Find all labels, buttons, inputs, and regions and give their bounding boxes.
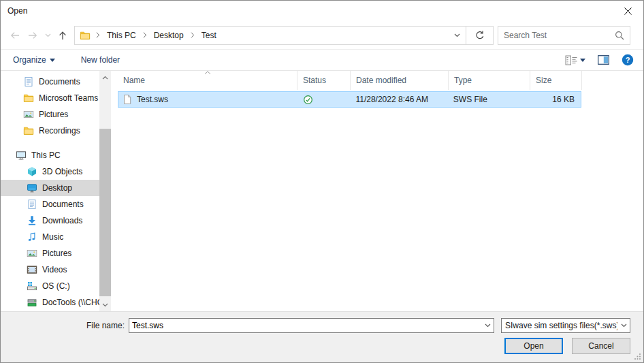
file-row[interactable]: Test.sws11/28/2022 8:46 AMSWS File16 KB xyxy=(118,91,581,108)
file-list-pane: NameStatusDate modifiedTypeSize Test.sws… xyxy=(111,71,643,311)
toolbar-right-group: ? xyxy=(565,54,634,66)
downloads-icon xyxy=(27,215,37,226)
file-type-select[interactable]: SIwave sim settings files(*.sws) xyxy=(501,318,630,333)
scrollbar-thumb[interactable] xyxy=(99,129,111,296)
column-header-status[interactable]: Status xyxy=(297,71,351,90)
scroll-down-button[interactable] xyxy=(99,300,111,310)
file-name-label: File name: xyxy=(86,321,125,330)
file-icon xyxy=(122,94,133,105)
open-button[interactable]: Open xyxy=(504,338,563,354)
sidebar-item-videos[interactable]: Videos xyxy=(1,262,99,278)
sidebar-item-3d-objects[interactable]: 3D Objects xyxy=(1,163,99,180)
up-button[interactable] xyxy=(54,27,71,44)
sidebar-item-music[interactable]: Music xyxy=(1,229,99,245)
file-rows: Test.sws11/28/2022 8:46 AMSWS File16 KB xyxy=(118,91,643,108)
file-type-value: SIwave sim settings files(*.sws) xyxy=(505,321,617,330)
column-header-size[interactable]: Size xyxy=(530,71,582,90)
column-header-label: Size xyxy=(536,76,551,85)
address-dropdown-button[interactable] xyxy=(449,27,464,44)
sidebar-item-os-c[interactable]: OS (C:) xyxy=(1,278,99,294)
preview-pane-icon xyxy=(598,55,609,65)
arrow-right-icon xyxy=(27,30,38,41)
sidebar-item-desktop[interactable]: Desktop xyxy=(1,180,99,196)
3d-objects-icon xyxy=(27,166,37,177)
sidebar-item-label: Music xyxy=(42,232,63,242)
documents-icon xyxy=(27,199,37,210)
sidebar-item-doctools-cho[interactable]: DocTools (\\CHO xyxy=(1,294,99,311)
window-title: Open xyxy=(7,6,27,16)
resize-grip[interactable] xyxy=(634,353,641,360)
file-name-input[interactable] xyxy=(129,321,481,330)
sidebar-item-label: Pictures xyxy=(39,110,68,119)
music-icon xyxy=(27,232,37,242)
sidebar-scrollbar[interactable] xyxy=(99,71,111,311)
sidebar-item-label: Documents xyxy=(42,200,84,209)
chevron-right-icon xyxy=(191,32,195,38)
navigation-bar: This PCDesktopTest xyxy=(1,21,643,50)
recent-locations-button[interactable] xyxy=(42,27,54,44)
sidebar-item-documents[interactable]: Documents xyxy=(1,74,99,90)
breadcrumb-segment[interactable]: Desktop xyxy=(152,31,185,40)
breadcrumb-separator xyxy=(143,32,147,38)
pictures-icon xyxy=(23,109,34,120)
dialog-footer: File name: SIwave sim settings files(*.s… xyxy=(1,311,643,362)
sidebar-item-label: Recordings xyxy=(39,126,80,136)
sidebar-item-microsoft-teams[interactable]: Microsoft Teams xyxy=(1,90,99,106)
column-header-label: Date modified xyxy=(356,76,406,85)
title-bar: Open xyxy=(1,1,643,21)
sidebar-item-label: Pictures xyxy=(42,249,71,258)
address-bar[interactable]: This PCDesktopTest xyxy=(74,26,466,45)
organize-button[interactable]: Organize xyxy=(13,55,55,65)
sidebar-item-this-pc[interactable]: This PC xyxy=(1,147,99,163)
sync-status-icon xyxy=(303,95,313,105)
sort-ascending-icon xyxy=(204,71,211,74)
forward-button[interactable] xyxy=(24,27,42,44)
chevron-down-icon xyxy=(45,33,51,37)
help-button[interactable]: ? xyxy=(622,54,634,66)
back-button[interactable] xyxy=(6,27,24,44)
close-button[interactable] xyxy=(613,1,643,21)
refresh-icon xyxy=(474,30,485,41)
arrow-up-icon xyxy=(57,30,68,41)
chevron-right-icon xyxy=(96,32,100,38)
organize-label: Organize xyxy=(13,55,46,65)
column-header-type[interactable]: Type xyxy=(449,71,530,90)
search-input[interactable] xyxy=(504,31,615,40)
scroll-up-button[interactable] xyxy=(99,72,111,82)
sidebar-item-recordings[interactable]: Recordings xyxy=(1,123,99,139)
documents-icon xyxy=(23,76,34,87)
column-header-date-modified[interactable]: Date modified xyxy=(351,71,449,90)
sidebar-item-label: 3D Objects xyxy=(42,167,82,176)
sidebar-item-label: Desktop xyxy=(42,183,72,193)
breadcrumb-segment[interactable]: This PC xyxy=(106,31,138,40)
dialog-body: DocumentsMicrosoft TeamsPicturesRecordin… xyxy=(1,71,643,311)
sidebar-item-pictures[interactable]: Pictures xyxy=(1,245,99,262)
cancel-button-label: Cancel xyxy=(588,341,613,351)
breadcrumb-segment[interactable]: Test xyxy=(200,31,218,40)
cancel-button[interactable]: Cancel xyxy=(572,338,630,354)
view-details-icon xyxy=(565,55,577,65)
file-name-dropdown-button[interactable] xyxy=(481,319,494,332)
column-header-filler xyxy=(582,71,643,90)
folder-icon xyxy=(80,30,91,41)
new-folder-button[interactable]: New folder xyxy=(81,55,120,65)
sidebar-item-documents[interactable]: Documents xyxy=(1,196,99,212)
network-drive-icon xyxy=(27,297,37,308)
chevron-down-icon xyxy=(485,323,491,328)
refresh-button[interactable] xyxy=(466,26,494,45)
help-icon: ? xyxy=(622,54,634,66)
preview-pane-button[interactable] xyxy=(598,55,609,65)
change-view-button[interactable] xyxy=(565,55,585,65)
file-name-cell: Test.sws xyxy=(118,94,297,105)
chevron-down-icon xyxy=(454,33,460,37)
file-status-cell xyxy=(297,95,351,105)
column-header-label: Type xyxy=(454,76,472,85)
sidebar-item-downloads[interactable]: Downloads xyxy=(1,212,99,229)
pictures-icon xyxy=(27,248,37,259)
folder-icon xyxy=(23,93,34,104)
os-drive-icon xyxy=(27,281,37,291)
column-header-label: Status xyxy=(303,76,326,85)
sidebar-item-pictures[interactable]: Pictures xyxy=(1,106,99,123)
navigation-pane: DocumentsMicrosoft TeamsPicturesRecordin… xyxy=(1,71,99,311)
breadcrumb-separator xyxy=(96,32,100,38)
